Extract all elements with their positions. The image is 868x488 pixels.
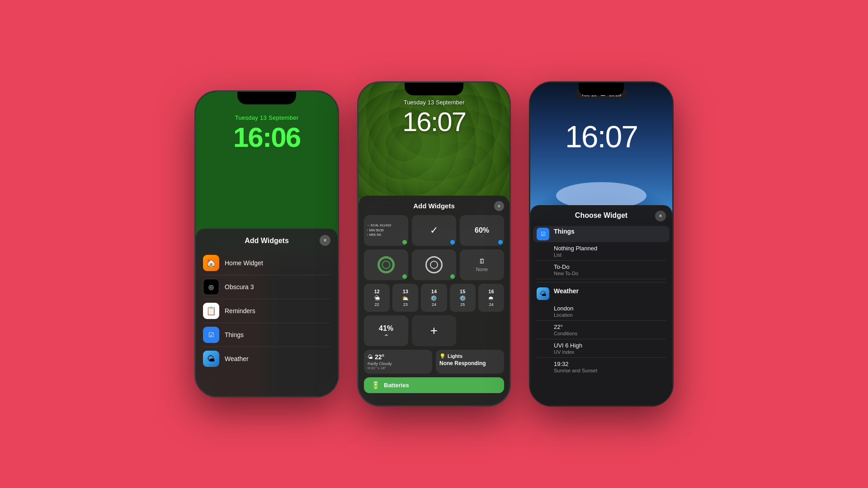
homewidget-label: Home Widget [225, 259, 263, 267]
wg-check-cell[interactable]: ✓ [412, 215, 456, 246]
reminders-label: Reminders [225, 307, 255, 314]
orange-dot [504, 399, 508, 404]
right-panel-title: Choose Widget [537, 211, 666, 220]
wg-day-14[interactable]: 14 ⚙️ 24 [421, 284, 447, 312]
wg-kcal-cell[interactable]: → KCAL 411/410 ↑ MIN 50/30 ↑ HRS 5/6 [364, 215, 408, 246]
notch-right [579, 83, 624, 95]
weather-wide-widget[interactable]: 🌤 22° Partly Cloudy H:31° L:18° [364, 350, 432, 374]
day-24: 24 [432, 302, 436, 307]
target-widget [425, 256, 443, 273]
homewidget-icon: 🏠 [203, 255, 219, 271]
things-todo[interactable]: To-Do New To-Do [537, 261, 666, 279]
plus-icon: + [430, 324, 438, 338]
center-screen: 🐠 Tuesday 13 September 16:07 → KCAL 411/… [359, 83, 509, 405]
obscura-label: Obscura 3 [225, 283, 254, 291]
london-label: London [554, 305, 666, 312]
left-screen: Tuesday 13 September 16:06 + ADD WIDGETS… [196, 92, 338, 396]
percent-41-label: 41% [379, 324, 393, 333]
reminders-icon: 📋 [203, 303, 219, 319]
things-section-label: Things [554, 228, 666, 235]
widget-grid-row4: 41% ☁ + [364, 315, 504, 346]
weather-temp: 22° [375, 353, 384, 361]
list-item[interactable]: ☑ Things [203, 323, 330, 347]
weather-uvi[interactable]: UVI 6 High UV Index [537, 339, 666, 358]
wg-percent60-cell[interactable]: − 60% ↑ [460, 215, 504, 246]
wg-target-cell[interactable] [412, 249, 456, 280]
center-panel-close[interactable]: × [494, 201, 504, 211]
bulb-icon: 💡 [439, 353, 446, 359]
center-add-widgets-panel: Add Widgets × → KCAL 411/410 ↑ MIN 50/30… [359, 196, 509, 405]
day-12: 12 [374, 289, 379, 294]
list-item[interactable]: 🏠 Home Widget [203, 251, 330, 275]
batteries-label: Batteries [384, 382, 409, 389]
weather-sunrise[interactable]: 19:32 Sunrise and Sunset [537, 358, 666, 376]
sunrise-label: 19:32 [554, 361, 666, 367]
weather-hl: H:31° L:18° [368, 366, 429, 370]
day-14: 14 [431, 289, 437, 294]
weather-section-header-row: 🌤 Weather [537, 285, 666, 302]
things-icon: ☑ [203, 327, 219, 343]
day-24b: 24 [489, 302, 493, 307]
phone-right: Tue 13 ☁ 19:28 16:07 Choose Widget × ☑ T… [529, 81, 674, 407]
wg-day-13[interactable]: 13 ⛅ 23 [392, 284, 418, 312]
widget-wide-row: 🌤 22° Partly Cloudy H:31° L:18° 💡 Lights… [364, 350, 504, 374]
blue-dot2 [498, 240, 503, 244]
list-item[interactable]: ◎ Obscura 3 [203, 275, 330, 299]
left-time: 16:06 [196, 121, 338, 153]
notch-center [405, 83, 463, 95]
todo-sub: New To-Do [554, 271, 666, 276]
wg-ring-cell[interactable] [364, 249, 408, 280]
things-nothing-planned[interactable]: Nothing Planned List [537, 242, 666, 261]
section-divider [537, 282, 666, 282]
wg-day-12[interactable]: 12 🌦 22 [364, 284, 390, 312]
wg-none-cell[interactable]: 🗓 None [460, 249, 504, 280]
list-item[interactable]: 📋 Reminders [203, 299, 330, 323]
right-time: 16:07 [530, 119, 672, 154]
center-date: Tuesday 13 September [359, 99, 509, 106]
conditions-label: 22° [554, 324, 666, 330]
phone-center: 🐠 Tuesday 13 September 16:07 → KCAL 411/… [357, 81, 511, 407]
weather-conditions[interactable]: 22° Conditions [537, 321, 666, 339]
widget-grid-row1: → KCAL 411/410 ↑ MIN 50/30 ↑ HRS 5/6 ✓ −… [364, 215, 504, 246]
weather-label: Weather [225, 355, 249, 362]
day-25: 25 [460, 302, 465, 307]
blue-dot [450, 240, 455, 244]
phone-left: Tuesday 13 September 16:06 + ADD WIDGETS… [194, 90, 339, 398]
weather-london[interactable]: London Location [537, 302, 666, 321]
right-screen: Tue 13 ☁ 19:28 16:07 Choose Widget × ☑ T… [530, 83, 672, 405]
list-item[interactable]: 🌤 Weather [203, 347, 330, 371]
weather-section-icon: 🌤 [537, 287, 549, 300]
things-section-content: Things [554, 228, 666, 235]
right-choose-widget-panel: Choose Widget × ☑ Things Nothing Planned… [530, 205, 672, 405]
notch-left [237, 92, 296, 104]
wg-plus-cell[interactable]: + [412, 315, 456, 346]
left-add-widgets-panel: Add Widgets × 🏠 Home Widget ◎ Obscura 3 … [196, 229, 338, 396]
day-22: 22 [375, 302, 379, 307]
things-section-header-row: ☑ Things [533, 226, 670, 242]
center-time: 16:07 [359, 106, 509, 137]
day-16: 16 [488, 289, 494, 294]
left-date: Tuesday 13 September [196, 114, 338, 121]
day-15: 15 [460, 289, 465, 294]
wg-41-cell[interactable]: 41% ☁ [364, 315, 408, 346]
widget-grid-row3: 12 🌦 22 13 ⛅ 23 14 ⚙️ 24 15 ⚙️ 25 [364, 284, 504, 312]
things-section-icon: ☑ [537, 228, 549, 240]
batteries-bar[interactable]: 🔋 Batteries [364, 377, 504, 393]
conditions-sub: Conditions [554, 331, 666, 336]
right-panel-close[interactable]: × [655, 211, 666, 221]
things-label: Things [225, 331, 244, 338]
checkmark-icon: ✓ [430, 225, 438, 236]
center-panel-title: Add Widgets [364, 202, 504, 210]
nothing-planned-sub: List [554, 252, 666, 258]
wg-day-16[interactable]: 16 🌧 24 [478, 284, 504, 312]
obscura-icon: ◎ [203, 279, 219, 295]
day-23: 23 [403, 302, 408, 307]
green-dot3 [402, 274, 407, 279]
lights-label: 💡 Lights [439, 353, 500, 359]
weather-section-content: Weather [554, 287, 666, 295]
wg-day-15[interactable]: 15 ⚙️ 25 [450, 284, 476, 312]
sunrise-sub: Sunrise and Sunset [554, 368, 666, 373]
target-inner [430, 261, 438, 269]
london-sub: Location [554, 312, 666, 318]
lights-wide-widget[interactable]: 💡 Lights None Responding [436, 350, 504, 374]
